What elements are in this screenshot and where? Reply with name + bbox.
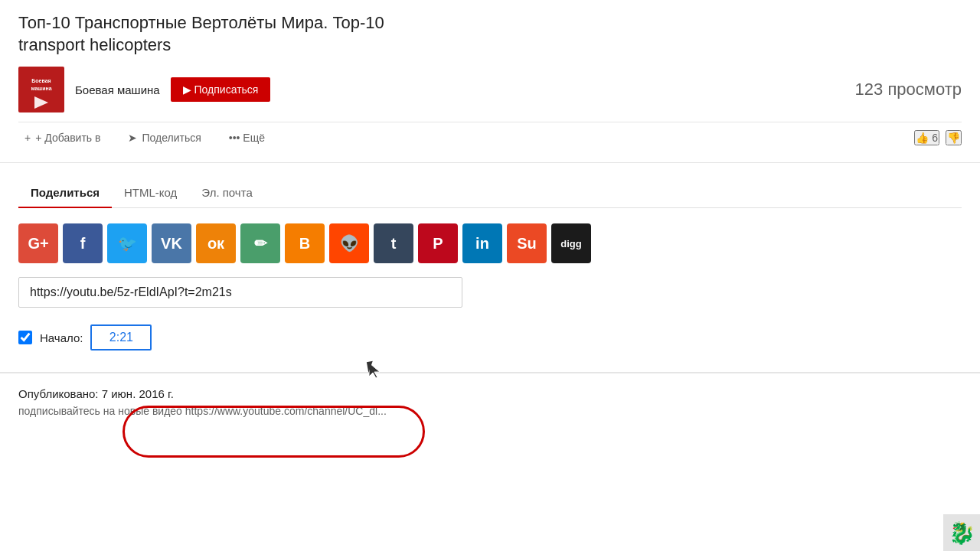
like-count: 6	[932, 132, 938, 144]
social-icon-twitter[interactable]: 🐦	[107, 223, 147, 263]
thumbs-down-icon: 👎	[947, 132, 960, 144]
top-section: Топ-10 Транспортные Вертолёты Мира. Top-…	[0, 0, 980, 163]
share-panel: Поделиться HTML-код Эл. почта G+f🐦VKок✏B…	[0, 163, 980, 373]
social-icon-pinterest[interactable]: P	[418, 223, 458, 263]
social-icon-odnoklassniki[interactable]: ок	[196, 223, 236, 263]
tab-email[interactable]: Эл. почта	[189, 178, 264, 208]
more-button[interactable]: ••• Ещё	[223, 129, 271, 147]
published-date: 7 июн. 2016 г.	[102, 387, 174, 400]
like-button[interactable]: 👍 6	[914, 130, 939, 145]
title-line1: Топ-10 Транспортные Вертолёты Мира. Top-…	[18, 13, 384, 32]
tab-share-label: Поделиться	[31, 186, 100, 199]
share-label: Поделиться	[142, 132, 201, 144]
views-count: 123 просмотр	[855, 80, 962, 99]
add-to-button[interactable]: + + Добавить в	[18, 129, 106, 147]
plus-icon: +	[24, 132, 31, 144]
channel-name[interactable]: Боевая машина	[75, 83, 160, 96]
channel-row: Боевая машина Боевая машина ▶ Подписатьс…	[18, 67, 962, 112]
url-input[interactable]	[18, 277, 462, 308]
publish-date: Опубликовано: 7 июн. 2016 г.	[18, 387, 962, 400]
title-line2: transport helicopters	[18, 35, 171, 54]
social-icon-facebook[interactable]: f	[63, 223, 103, 263]
start-time-input[interactable]	[90, 324, 152, 350]
social-icon-pencil[interactable]: ✏	[240, 223, 280, 263]
video-title: Топ-10 Транспортные Вертолёты Мира. Top-…	[18, 12, 962, 56]
social-icon-stumbleupon[interactable]: Su	[507, 223, 547, 263]
social-icon-digg[interactable]: digg	[551, 223, 591, 263]
dislike-button[interactable]: 👎	[946, 130, 962, 145]
tab-share[interactable]: Поделиться	[18, 178, 112, 208]
action-row: + + Добавить в ➤ Поделиться ••• Ещё 👍 6 …	[18, 122, 962, 153]
svg-text:машина: машина	[31, 86, 51, 91]
watermark-icon: 🐉	[949, 520, 975, 546]
start-label: Начало:	[40, 331, 83, 344]
channel-link-text: подписывайтесь на новые видео https://ww…	[18, 405, 962, 417]
more-label: ••• Ещё	[229, 132, 265, 144]
subscribe-button[interactable]: ▶ Подписаться	[171, 77, 271, 102]
likes-row: 👍 6 👎	[914, 130, 962, 145]
tab-html[interactable]: HTML-код	[112, 178, 189, 208]
social-icon-tumblr[interactable]: t	[374, 223, 413, 263]
add-label: + Добавить в	[35, 132, 100, 144]
share-tabs: Поделиться HTML-код Эл. почта	[18, 178, 962, 208]
social-icon-linkedin[interactable]: in	[462, 223, 502, 263]
published-label: Опубликовано:	[18, 387, 99, 400]
start-time-checkbox[interactable]	[18, 331, 32, 344]
social-icon-vk[interactable]: VK	[152, 223, 191, 263]
watermark: 🐉	[943, 514, 980, 551]
share-button[interactable]: ➤ Поделиться	[122, 129, 207, 147]
social-icons-row: G+f🐦VKок✏B👽tPinSudigg	[18, 223, 962, 263]
share-icon: ➤	[128, 132, 137, 144]
thumbs-up-icon: 👍	[916, 132, 929, 144]
bottom-section: Опубликовано: 7 июн. 2016 г. подписывайт…	[0, 373, 980, 431]
social-icon-google-plus[interactable]: G+	[18, 223, 58, 263]
url-row	[18, 277, 962, 308]
page-container: Топ-10 Транспортные Вертолёты Мира. Top-…	[0, 0, 980, 551]
social-icon-blogger[interactable]: B	[285, 223, 325, 263]
subscribe-text: подписывайтесь на новые видео https://ww…	[18, 405, 387, 417]
start-time-row: Начало:	[18, 318, 962, 357]
tab-html-label: HTML-код	[124, 186, 177, 199]
svg-text:Боевая: Боевая	[31, 78, 51, 83]
social-icon-reddit[interactable]: 👽	[329, 223, 369, 263]
tab-email-label: Эл. почта	[201, 186, 252, 199]
channel-avatar[interactable]: Боевая машина	[18, 67, 64, 112]
